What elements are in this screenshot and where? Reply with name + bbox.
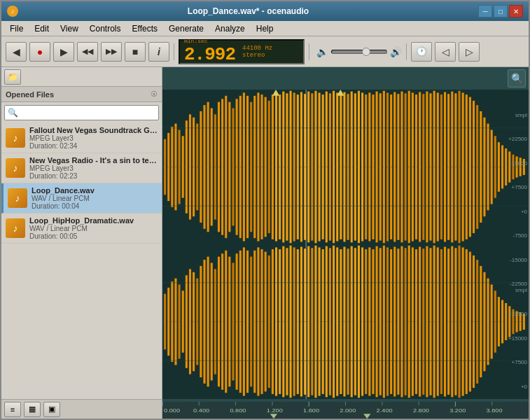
stop-button[interactable]: ■ <box>125 42 146 62</box>
volume-thumb[interactable] <box>362 48 370 56</box>
search-icon: 🔍 <box>8 108 18 118</box>
waveform-topbar: 🔍 <box>162 67 529 90</box>
svg-rect-36 <box>272 94 274 239</box>
file-info-0: Fallout New Vegas Soundtrack Gu... MPEG … <box>29 126 158 150</box>
transport-display: min:sec 2.992 44100 Hz stereo <box>179 39 305 64</box>
nav-back-button[interactable]: ◁ <box>435 42 456 62</box>
grid-view-button[interactable]: ▦ <box>24 402 41 417</box>
svg-rect-108 <box>164 294 166 350</box>
menu-generate[interactable]: Generate <box>163 22 209 35</box>
svg-rect-167 <box>376 246 378 398</box>
main-window: ♪ Loop_Dance.wav* - ocenaudio ─ □ ✕ File… <box>0 0 530 420</box>
file-name-1: New Vegas Radio - It's a sin to tell ... <box>29 156 158 164</box>
svg-rect-119 <box>203 260 205 384</box>
waveform-svg <box>162 90 529 399</box>
svg-rect-179 <box>419 247 421 397</box>
search-input[interactable] <box>20 108 155 117</box>
minimize-button[interactable]: ─ <box>478 5 492 18</box>
svg-rect-120 <box>207 257 209 387</box>
main-toolbar: ◀ ● ▶ ◀◀ ▶▶ ■ i min:sec 2.992 44100 Hz s… <box>1 36 529 67</box>
svg-rect-60 <box>358 91 360 243</box>
svg-rect-83 <box>440 94 442 239</box>
window-controls: ─ □ ✕ <box>478 5 523 18</box>
menu-view[interactable]: View <box>55 22 84 35</box>
svg-rect-102 <box>508 151 510 182</box>
svg-rect-17 <box>203 105 205 229</box>
svg-rect-35 <box>268 101 270 233</box>
info-button[interactable]: i <box>148 42 169 62</box>
svg-rect-168 <box>379 248 382 395</box>
play-button[interactable]: ▶ <box>53 42 74 62</box>
svg-rect-95 <box>483 118 485 216</box>
svg-rect-66 <box>379 93 382 240</box>
maximize-button[interactable]: □ <box>494 5 508 18</box>
toolbar-sep-3 <box>406 43 407 60</box>
svg-rect-155 <box>333 246 335 398</box>
nav-forward-button[interactable]: ▷ <box>459 42 480 62</box>
svg-rect-42 <box>293 92 295 241</box>
volume-slider[interactable] <box>331 50 387 54</box>
file-item-0[interactable]: ♪ Fallout New Vegas Soundtrack Gu... MPE… <box>1 123 162 153</box>
app-icon: ♪ <box>7 6 18 17</box>
svg-rect-23 <box>225 96 227 238</box>
volume-low-icon: 🔈 <box>316 46 328 57</box>
waveform-area[interactable]: 🔍 <box>162 67 529 419</box>
list-view-button[interactable]: ≡ <box>4 402 21 417</box>
menu-controls[interactable]: Controls <box>84 22 127 35</box>
rewind-button[interactable]: ◀◀ <box>77 42 98 62</box>
folder-button[interactable]: 📁 <box>4 69 21 85</box>
panel-title: Opened Files <box>6 90 54 99</box>
svg-rect-77 <box>419 92 421 242</box>
file-duration-3: Duration: 00:05 <box>29 232 158 240</box>
menu-effects[interactable]: Effects <box>127 22 163 35</box>
fast-forward-button[interactable]: ▶▶ <box>101 42 122 62</box>
menu-edit[interactable]: Edit <box>29 22 55 35</box>
file-item-3[interactable]: ♪ Loop_HipHop_Dramatic.wav WAV / Linear … <box>1 214 162 244</box>
svg-rect-138 <box>272 249 274 394</box>
file-name-2: Loop_Dance.wav <box>32 186 158 195</box>
menu-help[interactable]: Help <box>251 22 279 35</box>
menu-analyze[interactable]: Analyze <box>209 22 251 35</box>
svg-rect-30 <box>250 102 252 232</box>
svg-rect-144 <box>293 247 295 396</box>
svg-rect-126 <box>228 257 230 387</box>
file-list: ♪ Fallout New Vegas Soundtrack Gu... MPE… <box>1 123 162 399</box>
svg-rect-18 <box>207 102 209 232</box>
svg-rect-186 <box>444 247 446 397</box>
file-duration-1: Duration: 02:23 <box>29 172 158 180</box>
volume-high-icon: 🔊 <box>390 46 402 57</box>
close-button[interactable]: ✕ <box>509 5 523 18</box>
sample-rate-label: 44100 Hz <box>242 45 272 52</box>
menu-file[interactable]: File <box>4 22 29 35</box>
large-grid-button[interactable]: ▣ <box>43 402 60 417</box>
menubar: File Edit View Controls Effects Generate… <box>1 21 529 36</box>
file-item-2[interactable]: ♪ Loop_Dance.wav WAV / Linear PCM Durati… <box>1 183 162 214</box>
waveform-canvas[interactable]: smpl +22500 +15000 +7500 +0 -7500 -15000… <box>162 90 529 399</box>
svg-text:1.600: 1.600 <box>303 407 319 414</box>
svg-rect-131 <box>246 251 249 393</box>
svg-rect-11 <box>182 136 184 197</box>
back-button[interactable]: ◀ <box>6 42 27 62</box>
file-duration-2: Duration: 00:04 <box>32 202 158 210</box>
file-icon-3: ♪ <box>6 218 25 238</box>
svg-rect-90 <box>466 94 468 239</box>
svg-rect-48 <box>314 91 316 243</box>
svg-rect-174 <box>400 246 403 398</box>
file-name-0: Fallout New Vegas Soundtrack Gu... <box>29 126 158 134</box>
svg-rect-197 <box>483 272 485 371</box>
svg-rect-198 <box>487 279 489 365</box>
svg-rect-113 <box>182 290 184 352</box>
time-mode-button[interactable]: 🕐 <box>411 42 432 62</box>
waveform-search-button[interactable]: 🔍 <box>508 69 526 88</box>
svg-rect-204 <box>508 306 510 337</box>
toolbar-sep-1 <box>174 43 174 60</box>
svg-rect-137 <box>268 255 270 388</box>
svg-text:0.400: 0.400 <box>193 407 209 414</box>
svg-rect-89 <box>462 92 464 241</box>
file-item-1[interactable]: ♪ New Vegas Radio - It's a sin to tell .… <box>1 153 162 183</box>
record-button[interactable]: ● <box>29 42 50 62</box>
svg-rect-132 <box>250 257 252 387</box>
svg-rect-29 <box>246 96 249 238</box>
svg-rect-125 <box>225 251 227 393</box>
panel-header: Opened Files ⦿ <box>1 87 162 102</box>
